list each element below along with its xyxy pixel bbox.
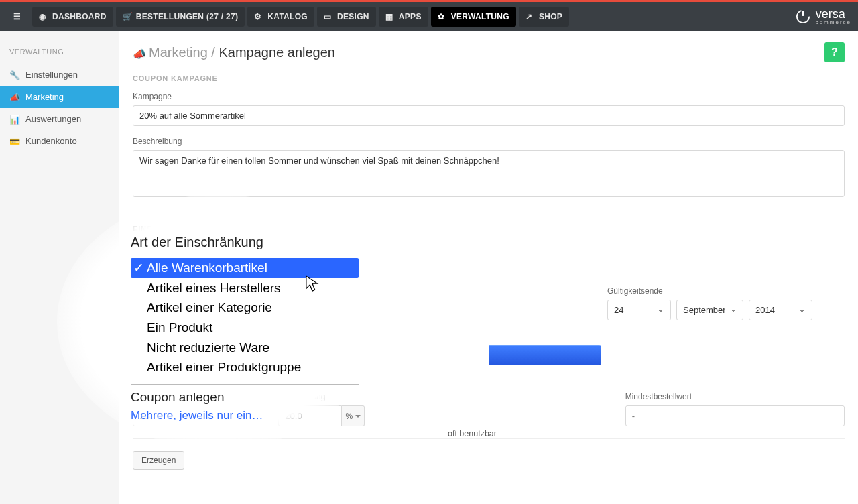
nav-dashboard-label: DASHBOARD bbox=[52, 12, 107, 21]
valid-end-label: Gültigkeitsende bbox=[607, 286, 812, 296]
megaphone-icon: 📣 bbox=[9, 92, 19, 102]
breadcrumb: Marketing / Kampagne anlegen bbox=[149, 45, 335, 60]
gear-icon: ✿ bbox=[438, 12, 447, 21]
nav-dashboard[interactable]: ◉DASHBOARD bbox=[32, 7, 113, 27]
restriction-type-heading: Art der Einschränkung bbox=[131, 235, 359, 250]
fragment-text: oft benutzbar bbox=[448, 429, 497, 438]
divider bbox=[133, 438, 845, 439]
dashboard-icon: ◉ bbox=[39, 12, 48, 21]
sidebar-item-reports[interactable]: 📊Auswertungen bbox=[0, 108, 119, 130]
valid-end-day-select[interactable]: 24 bbox=[607, 300, 671, 320]
help-icon: ? bbox=[831, 46, 838, 58]
megaphone-icon: 📣 bbox=[133, 48, 142, 57]
cart-icon: 🛒 bbox=[123, 12, 132, 21]
menu-toggle[interactable]: ☰ bbox=[7, 7, 29, 27]
sidebar-item-label: Kundenkonto bbox=[25, 136, 77, 146]
generate-button[interactable]: Erzeugen bbox=[133, 451, 184, 470]
option-non-reduced[interactable]: Nicht reduzierte Ware bbox=[131, 338, 359, 358]
brand-sub: commerce bbox=[816, 19, 851, 25]
nav-design[interactable]: ▭DESIGN bbox=[317, 7, 376, 27]
help-button[interactable]: ? bbox=[824, 42, 845, 62]
option-product-group[interactable]: Artikel einer Produktgruppe bbox=[131, 357, 359, 377]
card-icon: 💳 bbox=[9, 137, 19, 146]
breadcrumb-leaf: Kampagne anlegen bbox=[219, 45, 334, 60]
brand-mark-icon bbox=[796, 9, 810, 24]
nav-shop[interactable]: ↗SHOP bbox=[519, 7, 569, 27]
valid-end-month-select[interactable]: September bbox=[676, 300, 743, 320]
sidebar-item-label: Einstellungen bbox=[25, 70, 78, 80]
divider bbox=[133, 212, 845, 212]
option-single-product[interactable]: Ein Produkt bbox=[131, 318, 359, 338]
nav-shop-label: SHOP bbox=[539, 12, 562, 21]
option-manufacturer[interactable]: Artikel eines Herstellers bbox=[131, 278, 359, 298]
brand-name: versa bbox=[816, 9, 851, 19]
sidebar-item-marketing[interactable]: 📣Marketing bbox=[0, 86, 119, 108]
restriction-type-listbox[interactable]: Alle Warenkorbartikel Artikel eines Hers… bbox=[131, 258, 359, 377]
sidebar-item-label: Auswertungen bbox=[25, 114, 81, 124]
nav-design-label: DESIGN bbox=[337, 12, 369, 21]
cursor-icon bbox=[305, 275, 320, 294]
nav-apps-label: APPS bbox=[399, 12, 422, 21]
sidebar: VERWALTUNG 🔧Einstellungen 📣Marketing 📊Au… bbox=[0, 32, 119, 504]
campaign-label: Kampagne bbox=[133, 92, 845, 101]
nav-orders-label: BESTELLUNGEN (27 / 27) bbox=[136, 12, 239, 21]
divider bbox=[131, 384, 359, 385]
option-all-cart-items[interactable]: Alle Warenkorbartikel bbox=[131, 258, 359, 278]
nav-catalog[interactable]: ⚙KATALOG bbox=[247, 7, 314, 27]
hamburger-icon: ☰ bbox=[13, 12, 23, 21]
catalog-icon: ⚙ bbox=[254, 12, 263, 21]
campaign-input[interactable] bbox=[133, 105, 845, 126]
option-category[interactable]: Artikel einer Kategorie bbox=[131, 298, 359, 318]
valid-end-year-select[interactable]: 2014 bbox=[749, 300, 812, 320]
top-nav: ☰ ◉DASHBOARD 🛒BESTELLUNGEN (27 / 27) ⚙KA… bbox=[0, 2, 858, 32]
breadcrumb-root[interactable]: Marketing bbox=[149, 45, 208, 60]
coupon-create-heading: Coupon anlegen bbox=[131, 390, 359, 405]
nav-admin-label: VERWALTUNG bbox=[451, 12, 509, 21]
section-coupon-title: COUPON KAMPAGNE bbox=[133, 74, 845, 82]
section-restrictions-title: EINSCHRÄNKUNGEN bbox=[133, 225, 845, 233]
sidebar-item-label: Marketing bbox=[25, 92, 64, 102]
sidebar-title: VERWALTUNG bbox=[0, 41, 119, 64]
chart-icon: 📊 bbox=[9, 115, 19, 124]
apps-icon: ▦ bbox=[385, 12, 395, 21]
description-label: Beschreibung bbox=[133, 137, 845, 146]
min-order-label: Mindestbestellwert bbox=[625, 392, 845, 401]
min-order-input[interactable] bbox=[625, 405, 845, 426]
nav-apps[interactable]: ▦APPS bbox=[379, 7, 428, 27]
svg-rect-1 bbox=[802, 11, 804, 16]
wrench-icon: 🔧 bbox=[9, 70, 19, 80]
sidebar-item-settings[interactable]: 🔧Einstellungen bbox=[0, 64, 119, 86]
nav-orders[interactable]: 🛒BESTELLUNGEN (27 / 27) bbox=[116, 7, 245, 27]
nav-admin[interactable]: ✿VERWALTUNG bbox=[431, 7, 516, 27]
coupon-multiple-fragment: Mehrere, jeweils nur ein… bbox=[131, 409, 359, 422]
design-icon: ▭ bbox=[324, 12, 333, 21]
sidebar-item-customer[interactable]: 💳Kundenkonto bbox=[0, 130, 119, 152]
nav-catalog-label: KATALOG bbox=[267, 12, 308, 21]
description-textarea[interactable]: Wir sagen Danke für einen tollen Sommer … bbox=[133, 150, 845, 197]
brand-logo: versa commerce bbox=[796, 9, 851, 25]
external-icon: ↗ bbox=[526, 12, 535, 21]
dropdown-highlight-strip bbox=[489, 345, 601, 365]
